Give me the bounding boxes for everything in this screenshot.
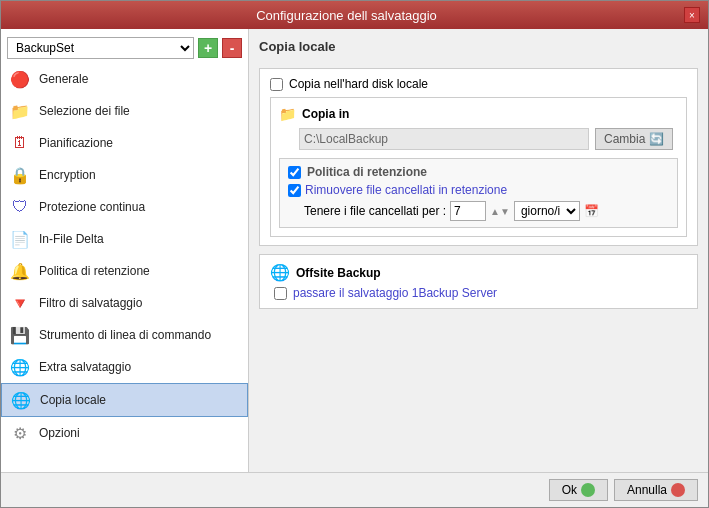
annulla-button[interactable]: Annulla: [614, 479, 698, 501]
sidebar-item-label: Extra salvataggio: [39, 360, 131, 374]
selezione-icon: 📁: [9, 100, 31, 122]
copia-in-folder-icon: 📁: [279, 106, 296, 122]
main-window: Configurazione dell salvataggio × Backup…: [0, 0, 709, 508]
nav-items: 🔴 Generale 📁 Selezione dei file 🗓 Pianif…: [1, 63, 248, 472]
path-input[interactable]: [299, 128, 589, 150]
sidebar-item-filtro[interactable]: 🔻 Filtro di salvataggio: [1, 287, 248, 319]
sidebar-item-selezione[interactable]: 📁 Selezione dei file: [1, 95, 248, 127]
sidebar-item-pianificazione[interactable]: 🗓 Pianificazione: [1, 127, 248, 159]
refresh-icon: 🔄: [649, 132, 664, 146]
tenere-value-input[interactable]: [450, 201, 486, 221]
copia-in-path-row: Cambia 🔄: [279, 128, 678, 150]
annulla-icon: [671, 483, 685, 497]
tenere-row: Tenere i file cancellati per : ▲▼ giorno…: [288, 201, 669, 221]
ok-label: Ok: [562, 483, 577, 497]
section-title: Copia locale: [259, 39, 698, 54]
politica-icon: 🔔: [9, 260, 31, 282]
sidebar-item-extra[interactable]: 🌐 Extra salvataggio: [1, 351, 248, 383]
backupset-dropdown[interactable]: BackupSet: [7, 37, 194, 59]
sidebar-item-label: Politica di retenzione: [39, 264, 150, 278]
extra-icon: 🌐: [9, 356, 31, 378]
sidebar-item-generale[interactable]: 🔴 Generale: [1, 63, 248, 95]
calendar-icon: 📅: [584, 204, 599, 218]
copia-hardisk-checkbox[interactable]: [270, 78, 283, 91]
add-backupset-button[interactable]: +: [198, 38, 218, 58]
infile-icon: 📄: [9, 228, 31, 250]
offsite-sub-row: passare il salvataggio 1Backup Server: [270, 286, 687, 300]
offsite-sub-label: passare il salvataggio 1Backup Server: [293, 286, 497, 300]
ok-button[interactable]: Ok: [549, 479, 608, 501]
rimuovere-row: Rimuovere file cancellati in retenzione: [288, 183, 669, 197]
dropdown-row: BackupSet + -: [1, 33, 248, 63]
retention-enabled-checkbox[interactable]: [288, 166, 301, 179]
pianificazione-icon: 🗓: [9, 132, 31, 154]
offsite-box: 🌐 Offsite Backup passare il salvataggio …: [259, 254, 698, 309]
window-title: Configurazione dell salvataggio: [9, 8, 684, 23]
rimuovere-label: Rimuovere file cancellati in retenzione: [305, 183, 507, 197]
copia-in-title: Copia in: [302, 107, 349, 121]
sidebar-item-label: Selezione dei file: [39, 104, 130, 118]
offsite-header: 🌐 Offsite Backup: [270, 263, 687, 282]
sidebar-item-label: Pianificazione: [39, 136, 113, 150]
retention-header: Politica di retenzione: [288, 165, 669, 179]
sidebar-item-politica[interactable]: 🔔 Politica di retenzione: [1, 255, 248, 287]
sidebar-item-label: Filtro di salvataggio: [39, 296, 142, 310]
spin-icon: ▲▼: [490, 206, 510, 217]
titlebar: Configurazione dell salvataggio ×: [1, 1, 708, 29]
cambia-button[interactable]: Cambia 🔄: [595, 128, 673, 150]
copia-hardisk-row: Copia nell'hard disk locale: [270, 77, 687, 91]
sidebar-item-label: Copia locale: [40, 393, 106, 407]
tenere-label: Tenere i file cancellati per :: [304, 204, 446, 218]
annulla-label: Annulla: [627, 483, 667, 497]
copia-hardisk-label: Copia nell'hard disk locale: [289, 77, 428, 91]
sidebar-item-label: Encryption: [39, 168, 96, 182]
sidebar-item-label: Strumento di linea di commando: [39, 328, 211, 342]
generale-icon: 🔴: [9, 68, 31, 90]
footer: Ok Annulla: [1, 472, 708, 507]
sidebar-item-label: Generale: [39, 72, 88, 86]
retention-title: Politica di retenzione: [307, 165, 427, 179]
content-area: BackupSet + - 🔴 Generale 📁 Selezione dei…: [1, 29, 708, 472]
copia-icon: 🌐: [10, 389, 32, 411]
filtro-icon: 🔻: [9, 292, 31, 314]
sidebar-item-protezione[interactable]: 🛡 Protezione continua: [1, 191, 248, 223]
encryption-icon: 🔒: [9, 164, 31, 186]
main-panel: Copia locale Copia nell'hard disk locale…: [249, 29, 708, 472]
offsite-checkbox[interactable]: [274, 287, 287, 300]
sidebar-item-strumento[interactable]: 💾 Strumento di linea di commando: [1, 319, 248, 351]
strumento-icon: 💾: [9, 324, 31, 346]
copia-in-header: 📁 Copia in: [279, 106, 678, 122]
close-button[interactable]: ×: [684, 7, 700, 23]
sidebar-item-encryption[interactable]: 🔒 Encryption: [1, 159, 248, 191]
sidebar-item-label: Protezione continua: [39, 200, 145, 214]
copia-hardisk-box: Copia nell'hard disk locale 📁 Copia in C…: [259, 68, 698, 246]
retention-box: Politica di retenzione Rimuovere file ca…: [279, 158, 678, 228]
copia-in-section: 📁 Copia in Cambia 🔄 P: [270, 97, 687, 237]
sidebar-item-label: In-File Delta: [39, 232, 104, 246]
remove-backupset-button[interactable]: -: [222, 38, 242, 58]
cambia-label: Cambia: [604, 132, 645, 146]
sidebar-item-opzioni[interactable]: ⚙ Opzioni: [1, 417, 248, 449]
ok-icon: [581, 483, 595, 497]
sidebar: BackupSet + - 🔴 Generale 📁 Selezione dei…: [1, 29, 249, 472]
opzioni-icon: ⚙: [9, 422, 31, 444]
sidebar-item-copia[interactable]: 🌐 Copia locale: [1, 383, 248, 417]
sidebar-item-infile[interactable]: 📄 In-File Delta: [1, 223, 248, 255]
offsite-icon: 🌐: [270, 263, 290, 282]
unit-dropdown[interactable]: giorno/i: [514, 201, 580, 221]
offsite-title: Offsite Backup: [296, 266, 381, 280]
protezione-icon: 🛡: [9, 196, 31, 218]
rimuovere-checkbox[interactable]: [288, 184, 301, 197]
sidebar-item-label: Opzioni: [39, 426, 80, 440]
